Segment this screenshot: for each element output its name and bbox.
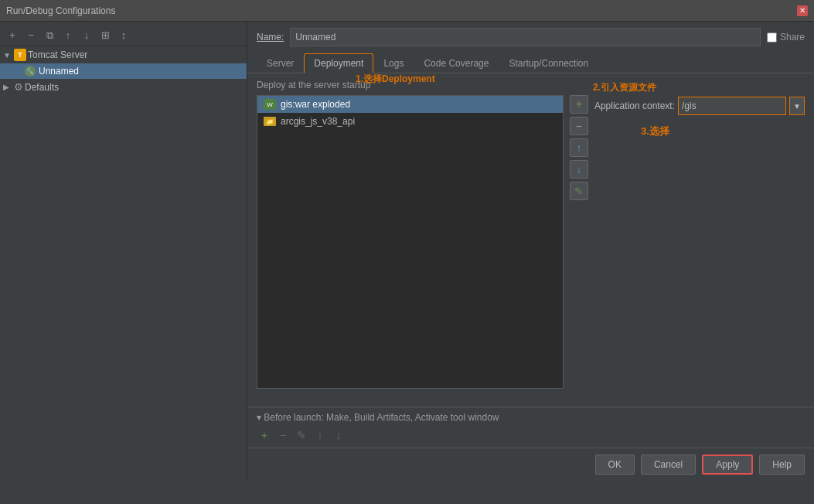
tab-logs[interactable]: Logs [373, 53, 414, 73]
name-row: Name: Share [247, 22, 814, 53]
folder-icon: 📁 [264, 117, 276, 126]
app-context-dropdown[interactable]: ▼ [789, 97, 805, 115]
close-button[interactable]: ✕ [797, 5, 808, 16]
sidebar-defaults-label: Defaults [25, 82, 59, 93]
before-launch-add-button[interactable]: + [257, 427, 272, 443]
cancel-button[interactable]: Cancel [641, 455, 696, 475]
sidebar-defaults-group[interactable]: ▶ ⚙ Defaults [0, 79, 247, 95]
remove-config-button[interactable]: − [23, 28, 39, 43]
before-launch-up-button[interactable]: ↑ [312, 427, 328, 443]
name-label: Name: [257, 32, 284, 43]
sidebar-item-unnamed[interactable]: 🔧 Unnamed [0, 63, 247, 79]
app-context-row: Application context: ▼ [594, 97, 805, 115]
app-context-label: Application context: [594, 100, 675, 111]
remove-artifact-button[interactable]: − [570, 117, 588, 135]
deploy-at-label: Deploy at the server startup [257, 80, 805, 90]
add-config-button[interactable]: + [5, 28, 20, 43]
tabs-bar: Server Deployment Logs Code Coverage Sta… [247, 53, 814, 73]
defaults-icon: ⚙ [14, 81, 23, 93]
sidebar-toolbar: + − ⧉ ↑ ↓ ⊞ ↕ [0, 25, 247, 46]
before-launch-edit-button[interactable]: ✎ [294, 427, 309, 443]
title-bar-text: Run/Debug Configurations [6, 5, 797, 16]
deploy-item-war-label: gis:war exploded [281, 99, 350, 110]
war-icon: W [264, 99, 276, 110]
deploy-list: W gis:war exploded 📁 arcgis_js_v38_api [257, 95, 564, 389]
sidebar: + − ⧉ ↑ ↓ ⊞ ↕ ▼ T Tomcat Server 🔧 Unname… [0, 22, 247, 481]
deploy-item-folder-label: arcgis_js_v38_api [281, 116, 355, 127]
tab-startup[interactable]: Startup/Connection [499, 53, 598, 73]
content-panel: Name: Share Server Deployment Logs C [247, 22, 814, 481]
move-down-config-button[interactable]: ↓ [79, 28, 94, 43]
share-checkbox[interactable] [767, 32, 777, 43]
sidebar-tomcat-label: Tomcat Server [28, 49, 87, 60]
expand-config-button[interactable]: ↕ [116, 28, 131, 43]
tab-deployment[interactable]: Deployment [304, 53, 373, 73]
copy-config-button[interactable]: ⧉ [42, 28, 57, 43]
sidebar-unnamed-label: Unnamed [39, 66, 79, 77]
tab-deployment-label: Deployment [314, 58, 363, 69]
tab-code-coverage-label: Code Coverage [424, 58, 489, 69]
tab-startup-label: Startup/Connection [509, 58, 588, 69]
move-up-config-button[interactable]: ↑ [60, 28, 76, 43]
deploy-item-war[interactable]: W gis:war exploded [257, 96, 563, 113]
main-layout: + − ⧉ ↑ ↓ ⊞ ↕ ▼ T Tomcat Server 🔧 Unname… [0, 22, 814, 481]
config-icon: 🔧 [25, 66, 36, 77]
app-context-panel: Application context: ▼ 3.选择 [594, 95, 805, 400]
before-launch-down-button[interactable]: ↓ [331, 427, 346, 443]
deploy-item-folder[interactable]: 📁 arcgis_js_v38_api [257, 113, 563, 130]
edit-artifact-button[interactable]: ✎ [570, 182, 588, 200]
tomcat-icon: T [14, 49, 26, 61]
annotation-3: 3.选择 [641, 124, 805, 138]
apply-button[interactable]: Apply [702, 455, 753, 475]
tab-server[interactable]: Server [257, 53, 304, 73]
move-artifact-up-button[interactable]: ↑ [570, 138, 588, 157]
name-input[interactable] [290, 28, 761, 46]
add-artifact-button[interactable]: + [570, 95, 588, 114]
before-launch-remove-button[interactable]: − [275, 427, 291, 443]
tab-logs-label: Logs [383, 58, 404, 69]
help-button[interactable]: Help [759, 455, 805, 475]
deployment-tab-content: Deploy at the server startup W gis:war e… [247, 73, 814, 407]
ok-button[interactable]: OK [595, 455, 635, 475]
before-launch-panel: ▾ Before launch: Make, Build Artifacts, … [247, 407, 814, 448]
deploy-actions: + − ↑ ↓ ✎ [570, 95, 588, 200]
sidebar-tomcat-group[interactable]: ▼ T Tomcat Server [0, 46, 247, 63]
actions-wrapper: 2.引入资源文件 + − ↑ ↓ ✎ [570, 95, 588, 400]
deploy-area: W gis:war exploded 📁 arcgis_js_v38_api 2… [257, 95, 805, 400]
share-checkbox-container: Share [767, 32, 805, 43]
share-label: Share [780, 32, 805, 43]
title-bar: Run/Debug Configurations ✕ [0, 0, 814, 22]
app-context-input[interactable] [678, 97, 786, 115]
bottom-bar: OK Cancel Apply Help [247, 448, 814, 481]
tab-code-coverage[interactable]: Code Coverage [414, 53, 499, 73]
sort-config-button[interactable]: ⊞ [97, 28, 113, 43]
move-artifact-down-button[interactable]: ↓ [570, 160, 588, 179]
tab-server-label: Server [267, 58, 294, 69]
defaults-arrow-icon: ▶ [3, 83, 12, 91]
before-launch-title: ▾ Before launch: Make, Build Artifacts, … [257, 412, 805, 423]
tabs-wrapper: Server Deployment Logs Code Coverage Sta… [247, 53, 814, 73]
before-launch-actions: + − ✎ ↑ ↓ [257, 427, 805, 443]
expand-arrow-icon: ▼ [3, 51, 12, 60]
